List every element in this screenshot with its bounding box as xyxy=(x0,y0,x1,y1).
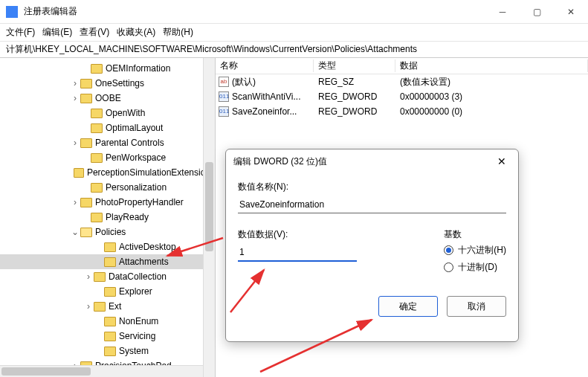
tree-label: ActiveDesktop xyxy=(119,242,176,252)
tree-hscrollbar[interactable] xyxy=(0,365,203,377)
value-type: REG_SZ xyxy=(314,77,395,87)
edit-dword-dialog: 编辑 DWORD (32 位)值 ✕ 数值名称(N): 数值数据(V): 基数 … xyxy=(225,149,519,342)
tree-node-activedesktop[interactable]: ActiveDesktop xyxy=(0,239,215,254)
tree-label: Servicing xyxy=(119,331,155,341)
tree-node-personalization[interactable]: Personalization xyxy=(0,180,215,195)
menu-file[interactable]: 文件(F) xyxy=(6,26,35,39)
app-icon xyxy=(6,6,18,18)
ok-button[interactable]: 确定 xyxy=(378,296,438,317)
folder-icon xyxy=(74,168,83,178)
folder-icon xyxy=(80,198,92,207)
folder-icon xyxy=(80,79,92,88)
tree-node-explorer[interactable]: Explorer xyxy=(0,284,215,299)
value-name: ScanWithAntiVi... xyxy=(232,91,300,102)
tree-label: OpenWith xyxy=(106,108,145,118)
tree-label: OptimalLayout xyxy=(106,123,163,133)
value-row[interactable]: ab(默认)REG_SZ(数值未设置) xyxy=(216,74,588,89)
menu-help[interactable]: 帮助(H) xyxy=(163,26,193,39)
string-value-icon: ab xyxy=(219,77,229,87)
list-header: 名称 类型 数据 xyxy=(216,58,588,74)
value-data: 0x00000000 (0) xyxy=(395,106,588,117)
tree-label: NonEnum xyxy=(119,316,158,326)
tree-label: PerceptionSimulationExtensions xyxy=(87,167,215,178)
expand-icon[interactable]: › xyxy=(83,271,94,282)
tree-node-openwith[interactable]: OpenWith xyxy=(0,106,215,120)
tree-label: Attachments xyxy=(119,257,169,267)
value-type: REG_DWORD xyxy=(314,91,395,102)
value-name-field[interactable] xyxy=(238,196,506,213)
tree-node-photopropertyhandler[interactable]: ›PhotoPropertyHandler xyxy=(0,195,215,210)
tree-label: OneSettings xyxy=(95,78,144,88)
tree-node-oeminformation[interactable]: OEMInformation xyxy=(0,61,215,76)
tree-label: System xyxy=(119,346,149,356)
value-type: REG_DWORD xyxy=(314,106,395,117)
registry-tree[interactable]: OEMInformation›OneSettings›OOBEOpenWithO… xyxy=(0,58,216,377)
minimize-button[interactable]: ─ xyxy=(485,0,520,24)
tree-node-ext[interactable]: ›Ext xyxy=(0,299,215,314)
tree-node-optimallayout[interactable]: OptimalLayout xyxy=(0,120,215,135)
value-data-label: 数值数据(V): xyxy=(238,228,432,241)
menu-view[interactable]: 查看(V) xyxy=(80,26,109,39)
tree-node-attachments[interactable]: Attachments xyxy=(0,254,215,269)
radio-hex-label: 十六进制(H) xyxy=(458,244,506,257)
maximize-button[interactable]: ▢ xyxy=(520,0,554,24)
menu-favorites[interactable]: 收藏夹(A) xyxy=(117,26,155,39)
tree-label: Explorer xyxy=(119,286,152,297)
value-data-field[interactable] xyxy=(238,244,357,262)
folder-icon xyxy=(91,109,103,118)
col-data[interactable]: 数据 xyxy=(395,59,588,72)
tree-node-policies[interactable]: ⌄Policies xyxy=(0,225,215,239)
folder-icon xyxy=(91,123,103,133)
tree-label: Personalization xyxy=(106,182,167,193)
tree-label: OOBE xyxy=(95,93,121,103)
tree-node-perceptionsimulationextensions[interactable]: PerceptionSimulationExtensions xyxy=(0,165,215,180)
tree-node-parental-controls[interactable]: ›Parental Controls xyxy=(0,135,215,150)
base-label: 基数 xyxy=(444,228,506,241)
folder-icon xyxy=(104,332,116,341)
tree-label: DataCollection xyxy=(109,271,167,282)
tree-label: PhotoPropertyHandler xyxy=(95,197,184,207)
folder-icon xyxy=(91,183,103,193)
radio-dec[interactable]: 十进制(D) xyxy=(444,261,506,274)
tree-label: Parental Controls xyxy=(95,138,164,148)
dword-value-icon: 011 xyxy=(219,91,229,102)
tree-scrollbar[interactable] xyxy=(203,58,215,377)
value-row[interactable]: 011ScanWithAntiVi...REG_DWORD0x00000003 … xyxy=(216,89,588,104)
tree-node-onesettings[interactable]: ›OneSettings xyxy=(0,76,215,91)
col-type[interactable]: 类型 xyxy=(314,59,395,72)
tree-label: PlayReady xyxy=(106,212,149,222)
close-button[interactable]: ✕ xyxy=(554,0,588,24)
value-row[interactable]: 011SaveZoneinfor...REG_DWORD0x00000000 (… xyxy=(216,104,588,119)
address-text: 计算机\HKEY_LOCAL_MACHINE\SOFTWARE\Microsof… xyxy=(6,43,417,56)
folder-icon xyxy=(91,153,103,163)
address-bar[interactable]: 计算机\HKEY_LOCAL_MACHINE\SOFTWARE\Microsof… xyxy=(0,42,588,58)
folder-icon xyxy=(80,138,92,148)
folder-icon xyxy=(94,272,106,282)
cancel-button[interactable]: 取消 xyxy=(447,296,506,317)
folder-icon xyxy=(91,64,103,74)
tree-node-servicing[interactable]: Servicing xyxy=(0,329,215,344)
tree-node-nonenum[interactable]: NonEnum xyxy=(0,314,215,329)
tree-node-datacollection[interactable]: ›DataCollection xyxy=(0,269,215,284)
dialog-close-button[interactable]: ✕ xyxy=(493,155,511,167)
radio-hex[interactable]: 十六进制(H) xyxy=(444,244,506,257)
tree-node-playready[interactable]: PlayReady xyxy=(0,210,215,225)
titlebar: 注册表编辑器 ─ ▢ ✕ xyxy=(0,0,588,24)
tree-label: OEMInformation xyxy=(106,63,170,74)
value-name-label: 数值名称(N): xyxy=(238,181,506,193)
folder-icon xyxy=(80,94,92,103)
folder-icon xyxy=(80,228,92,237)
tree-node-oobe[interactable]: ›OOBE xyxy=(0,91,215,106)
expand-icon[interactable]: › xyxy=(70,197,80,207)
value-data: (数值未设置) xyxy=(395,76,588,88)
expand-icon[interactable]: ⌄ xyxy=(70,227,80,237)
expand-icon[interactable]: › xyxy=(70,78,80,88)
expand-icon[interactable]: › xyxy=(83,301,94,312)
expand-icon[interactable]: › xyxy=(70,138,80,148)
col-name[interactable]: 名称 xyxy=(216,59,314,72)
tree-node-system[interactable]: System xyxy=(0,344,215,358)
expand-icon[interactable]: › xyxy=(70,93,80,103)
folder-icon xyxy=(104,257,116,267)
tree-node-penworkspace[interactable]: PenWorkspace xyxy=(0,150,215,165)
menu-edit[interactable]: 编辑(E) xyxy=(42,26,72,39)
